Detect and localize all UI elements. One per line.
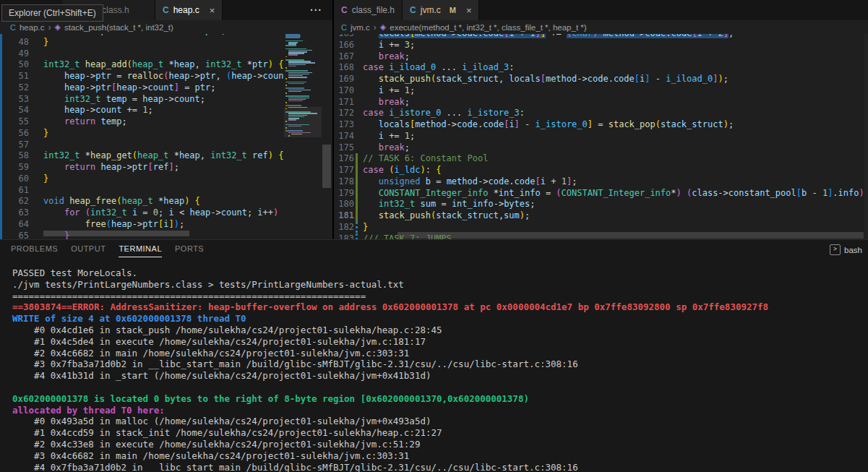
code-text: break; bbox=[363, 142, 410, 154]
panel-tab-problems[interactable]: PROBLEMS bbox=[11, 244, 58, 257]
editor-heap-c[interactable]: 47 stack->ptr[stack->count] = ptr;48}495… bbox=[0, 34, 332, 239]
code-text: heap->ptr[heap->count] = ptr; bbox=[43, 82, 216, 94]
close-tab-icon[interactable]: × bbox=[466, 5, 472, 16]
code-line: 53 int32_t temp = heap->count; bbox=[0, 94, 332, 106]
code-text: free(heap->ptr[i]); bbox=[43, 219, 184, 231]
terminal-shell-item[interactable]: > bash bbox=[830, 244, 862, 255]
code-line: 61 bbox=[0, 185, 332, 197]
terminal-line: ./jvm tests/PrintLargeNumbers.class > te… bbox=[12, 279, 868, 291]
line-number: 65 bbox=[12, 231, 29, 240]
code-text: heap->ptr = realloc(heap->ptr, (heap->co… bbox=[43, 71, 289, 82]
line-number: 57 bbox=[12, 140, 29, 151]
gutter-modified-indicator bbox=[356, 188, 358, 199]
gutter-modified-indicator bbox=[356, 153, 358, 165]
breadcrumb-right[interactable]: C jvm.c › ◈ execute(method_t *, int32_t … bbox=[341, 20, 587, 34]
gutter bbox=[356, 108, 358, 119]
breadcrumb-file[interactable]: heap.c bbox=[20, 23, 45, 32]
code-line: 167 break; bbox=[334, 51, 868, 63]
terminal-line: #4 0x41b31d in _start (/home/sulekha/cs2… bbox=[12, 370, 868, 382]
breadcrumb-left[interactable]: C heap.c › ◈ stack_push(stack_t *, int32… bbox=[10, 20, 173, 34]
line-number: 174 bbox=[338, 131, 354, 142]
code-line: 57 bbox=[0, 140, 332, 151]
line-number: 179 bbox=[338, 188, 354, 199]
panel-tab-output[interactable]: OUTPUT bbox=[71, 244, 106, 257]
code-text: } bbox=[43, 173, 48, 185]
code-text: unsigned b = method->code.code[i + 1]; bbox=[363, 176, 577, 188]
panel-tab-terminal[interactable]: TERMINAL bbox=[119, 244, 162, 257]
line-number: 172 bbox=[338, 108, 354, 119]
tab-label: class_file.h bbox=[352, 5, 395, 15]
more-actions-icon[interactable]: ··· bbox=[310, 0, 322, 20]
line-number: 166 bbox=[338, 40, 354, 51]
panel-tab-ports[interactable]: PORTS bbox=[175, 244, 204, 257]
code-text: CONSTANT_Integer_info *int_info = (CONST… bbox=[363, 188, 868, 199]
terminal-line: WRITE of size 4 at 0x602000001378 thread… bbox=[12, 313, 868, 325]
terminal-line: #4 0x7fba3a71d0b2 in __libc_start_main /… bbox=[12, 462, 868, 472]
code-line: 181 stack_push(stack_struct,sum); bbox=[334, 210, 868, 222]
line-number: 60 bbox=[12, 173, 29, 185]
tab-jvm-c[interactable]: C jvm.c M × bbox=[403, 0, 479, 20]
vertical-scrollbar-thumb[interactable] bbox=[322, 145, 331, 188]
vertical-scrollbar[interactable] bbox=[322, 34, 332, 239]
code-line: 50int32_t heap_add(heap_t *heap, int32_t… bbox=[0, 59, 332, 71]
code-line: 172case i_istore_0 ... i_istore_3: bbox=[334, 108, 868, 119]
terminal-line: #1 0x4ccd59 in stack_init /home/sulekha/… bbox=[12, 427, 868, 439]
gutter bbox=[356, 142, 358, 154]
code-line: 63 for (int32_t i = 0; i < heap->count; … bbox=[0, 207, 332, 219]
editor-tab-bar: C read_class.h C heap.c × ··· C class_fi… bbox=[0, 0, 868, 20]
gutter bbox=[356, 40, 358, 51]
vertical-scrollbar[interactable] bbox=[864, 34, 868, 239]
minimap[interactable] bbox=[284, 34, 322, 239]
gutter bbox=[356, 85, 358, 97]
gutter-modified-indicator bbox=[356, 165, 358, 176]
code-text: for (int32_t i = 0; i < heap->count; i++… bbox=[43, 207, 289, 219]
tab-class-file-h[interactable]: C class_file.h bbox=[334, 0, 403, 20]
tab-group-right: C class_file.h C jvm.c M × bbox=[334, 0, 868, 20]
line-number: 52 bbox=[12, 82, 29, 94]
code-text: void heap_free(heap_t *heap) { bbox=[43, 196, 200, 207]
chevron-right-icon: › bbox=[374, 22, 377, 33]
code-line: 179 CONSTANT_Integer_info *int_info = (C… bbox=[334, 188, 868, 199]
line-number: 178 bbox=[338, 176, 354, 188]
code-line: 51 heap->ptr = realloc(heap->ptr, (heap-… bbox=[0, 71, 332, 82]
horizontal-scrollbar-thumb[interactable] bbox=[43, 231, 189, 236]
horizontal-scrollbar-thumb[interactable] bbox=[398, 232, 864, 239]
code-text: } bbox=[43, 37, 48, 48]
editor-jvm-c[interactable]: 165 locals[method->code.code[i + 1]] += … bbox=[334, 34, 868, 239]
line-number: 50 bbox=[12, 59, 29, 71]
line-number: 167 bbox=[338, 51, 354, 63]
code-text: int32_t *heap_get(heap_t *heap, int32_t … bbox=[43, 150, 283, 162]
code-text: int32_t temp = heap->count; bbox=[43, 94, 205, 106]
code-line: 170 i += 1; bbox=[334, 85, 868, 97]
breadcrumb-file[interactable]: jvm.c bbox=[351, 23, 370, 32]
terminal-output[interactable]: PASSED test MoreLocals../jvm tests/Print… bbox=[12, 267, 868, 472]
code-text: break; bbox=[363, 51, 410, 63]
terminal-line: #0 0x493a5d in malloc (/home/sulekha/cs2… bbox=[12, 416, 868, 427]
line-number: 176 bbox=[338, 153, 354, 165]
editor-left-sash[interactable] bbox=[0, 34, 2, 239]
code-line: 49 bbox=[0, 48, 332, 60]
terminal-line: ==3803874==ERROR: AddressSanitizer: heap… bbox=[12, 301, 868, 313]
breadcrumb-symbol[interactable]: stack_push(stack_t *, int32_t) bbox=[64, 23, 173, 32]
close-tab-icon[interactable]: × bbox=[210, 5, 215, 16]
code-line: 175 break; bbox=[334, 142, 868, 154]
line-number: 168 bbox=[338, 62, 354, 74]
code-text: case i_iload_0 ... i_iload_3: bbox=[363, 62, 515, 74]
vscode-window: C read_class.h C heap.c × ··· C class_fi… bbox=[0, 0, 868, 472]
line-number: 58 bbox=[12, 150, 29, 162]
code-line: 180 int32_t sum = int_info->bytes; bbox=[334, 199, 868, 210]
explorer-tooltip: Explorer (Ctrl+Shift+E) bbox=[1, 4, 103, 22]
breadcrumb-symbol[interactable]: execute(method_t *, int32_t *, class_fil… bbox=[390, 23, 586, 32]
code-text: i += 1; bbox=[363, 85, 415, 97]
line-number: 182 bbox=[338, 222, 354, 233]
c-source-file-icon: C bbox=[410, 5, 416, 15]
line-number: 171 bbox=[338, 97, 354, 108]
code-text: i += 3; bbox=[363, 40, 415, 51]
line-number: 170 bbox=[338, 85, 354, 97]
line-number: 173 bbox=[338, 119, 354, 131]
gutter-modified-indicator bbox=[356, 210, 358, 222]
gutter bbox=[356, 74, 358, 85]
code-line: 166 i += 3; bbox=[334, 40, 868, 51]
gutter bbox=[356, 97, 358, 108]
tab-heap-c[interactable]: C heap.c × bbox=[155, 0, 223, 20]
